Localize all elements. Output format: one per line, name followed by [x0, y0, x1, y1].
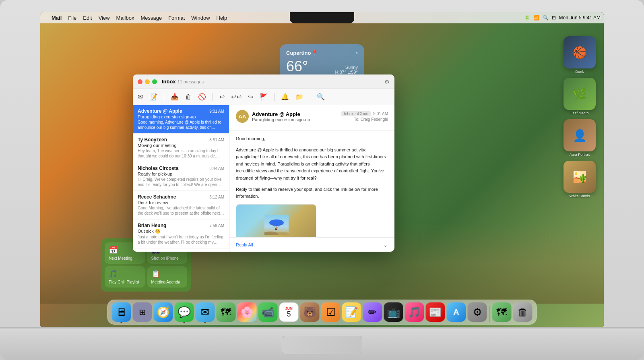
forward-icon[interactable]: ↪ [248, 93, 253, 101]
folder-icon[interactable]: 📁 [295, 93, 303, 101]
menubar-edit[interactable]: Edit [83, 15, 92, 21]
toolbar-separator-3 [274, 93, 275, 101]
chill-playlist-label: Play Chill Playlist [109, 280, 141, 284]
dock-music[interactable]: 🎵 [405, 302, 424, 322]
menubar-mailbox[interactable]: Mailbox [116, 15, 134, 21]
dock-mail[interactable]: ✉ [196, 302, 215, 322]
msg-sender-2: Nicholas Circosta [138, 166, 178, 171]
aura-icon: 👤 [573, 129, 587, 142]
menubar-file[interactable]: File [68, 15, 76, 21]
msg-time-1: 8:51 AM [209, 138, 224, 142]
message-row1-3: Reece Schachne 5:12 AM [138, 194, 224, 200]
msg-sender-0: Adventure @ Apple [138, 108, 182, 114]
dock-notes[interactable]: 📝 [342, 302, 361, 322]
email-image-placeholder [236, 205, 316, 237]
search-icon[interactable]: 🔍 [317, 93, 325, 101]
flag-icon[interactable]: 🚩 [260, 93, 268, 101]
inbox-filter-icon[interactable]: ⚙ [384, 79, 390, 85]
message-item-3[interactable]: Reece Schachne 5:12 AM Deck for review G… [133, 191, 229, 219]
message-item-1[interactable]: Ty Booyzeen 8:51 AM Moving our meeting H… [133, 134, 229, 162]
dock-maps2[interactable]: 🗺 [492, 302, 512, 322]
dock-reminders[interactable]: ☑ [321, 302, 341, 322]
mail-window: Inbox 11 messages ⚙ ✉ 📝 📥 🗑 🚫 ↩ ↩↩ ↪ [133, 74, 394, 252]
email-meta-right: Inbox · iCloud 9:01 AM To: Craig Federig… [341, 111, 388, 122]
minimize-button[interactable] [145, 79, 150, 84]
trackpad[interactable] [282, 336, 362, 354]
widget-white-sands[interactable]: 🏜️ [564, 161, 596, 193]
dock-trash[interactable]: 🗑 [513, 302, 533, 322]
menubar-app-name[interactable]: Mail [52, 15, 62, 21]
message-item-2[interactable]: Nicholas Circosta 8:44 AM Ready for pick… [133, 162, 229, 191]
reply-options-icon[interactable]: ⌄ [383, 242, 388, 248]
desktop: Mail File Edit View Mailbox Message Form… [40, 12, 604, 328]
reply-icon[interactable]: ↩ [219, 93, 225, 101]
reply-all-icon[interactable]: ↩↩ [231, 93, 242, 101]
msg-subject-2: Ready for pick-up [138, 172, 224, 176]
traffic-lights [138, 79, 157, 84]
msg-sender-4: Brian Heung [138, 223, 166, 228]
widget-dunk-label: Dunk [564, 70, 596, 74]
weather-close-button[interactable]: × [355, 51, 358, 55]
handoff-meeting-agenda[interactable]: 📋 Meeting Agenda [147, 266, 188, 288]
dock-calendar[interactable]: JUN 5 [279, 302, 299, 322]
search-menubar-icon[interactable]: 🔍 [543, 15, 549, 21]
sands-icon: 🏜️ [573, 170, 587, 184]
menubar-format[interactable]: Format [168, 15, 185, 21]
dock-maps[interactable]: 🗺 [217, 302, 236, 322]
close-button[interactable] [138, 79, 142, 84]
dock-launchpad[interactable]: ⊞ [133, 302, 152, 322]
widget-aura-label: Aura Portrait [564, 153, 596, 157]
dock-finder[interactable]: 🖥 [112, 302, 131, 322]
email-to-name: Craig Federighi [361, 117, 388, 122]
finder-dot [121, 322, 122, 323]
widget-dunk[interactable]: 🏀 [564, 36, 596, 68]
control-center-icon[interactable]: ⊟ [552, 15, 556, 21]
message-item-5[interactable]: Michael Klineburger Yesterday Bonjour fr… [133, 248, 229, 252]
junk-icon[interactable]: 🚫 [198, 93, 206, 101]
email-detail-time: 9:01 AM [373, 112, 388, 116]
dock-appstore[interactable]: A [447, 302, 466, 322]
zoom-button[interactable] [152, 79, 157, 84]
mail-dock-icon: ✉ [201, 306, 210, 319]
weather-pin-icon: 📍 [311, 49, 319, 57]
menubar-help[interactable]: Help [217, 15, 227, 21]
message-item-4[interactable]: Brian Heung 7:59 AM Out sick 🤒 Just a no… [133, 219, 229, 248]
dock-messages[interactable]: 💬 [175, 302, 194, 322]
menubar-message[interactable]: Message [140, 15, 162, 21]
menubar-left: Mail File Edit View Mailbox Message Form… [43, 15, 227, 21]
email-greeting: Good morning, [236, 135, 388, 143]
archive-icon[interactable]: 📥 [171, 93, 179, 101]
menubar-time: Mon Jun 5 9:41 AM [559, 15, 601, 21]
weather-header: Cupertino 📍 × [286, 49, 358, 57]
handoff-chill-playlist[interactable]: 🎵 Play Chill Playlist [105, 266, 145, 288]
reply-all-button[interactable]: Reply All [236, 242, 253, 247]
widget-sands-label: White Sands [564, 194, 596, 198]
messages-dot [184, 322, 185, 323]
notification-icon[interactable]: 🔔 [281, 93, 289, 101]
dock-freeform[interactable]: ✏ [363, 302, 382, 322]
calendar-day-label: 5 [287, 310, 291, 318]
email-detail-header: AA Adventure @ Apple Paragliding excursi… [229, 105, 394, 130]
dock-safari[interactable]: 🧭 [154, 302, 173, 322]
menubar-window[interactable]: Window [191, 15, 210, 21]
widget-aura-portrait[interactable]: 👤 [564, 119, 596, 151]
trash-icon: 🗑 [518, 306, 528, 319]
msg-time-0: 9:01 AM [209, 109, 224, 114]
dock-bear[interactable]: 🐻 [300, 302, 320, 322]
widget-leaf-macro[interactable]: 🌿 [564, 78, 596, 110]
delete-icon[interactable]: 🗑 [185, 93, 192, 101]
compose-icon[interactable]: ✉ [138, 93, 143, 101]
screen: Mail File Edit View Mailbox Message Form… [40, 12, 604, 328]
msg-sender-1: Ty Booyzeen [138, 137, 167, 143]
dock-appletv[interactable]: 📺 [384, 302, 403, 322]
dock-photos[interactable]: 🌸 [237, 302, 257, 322]
dock-news[interactable]: 📰 [426, 302, 445, 322]
message-item-0[interactable]: Adventure @ Apple 9:01 AM Paragliding ex… [133, 105, 229, 134]
dock-facetime[interactable]: 📹 [258, 302, 278, 322]
dock-settings[interactable]: ⚙ [468, 302, 487, 322]
email-body-paragraph2: Reply to this email to reserve your spot… [236, 186, 388, 200]
toolbar-separator-2 [213, 93, 213, 101]
menubar-view[interactable]: View [99, 15, 110, 21]
new-message-icon[interactable]: 📝 [149, 93, 157, 101]
email-image-card[interactable]: Learn to fly | High Wind Paragliding | F… [236, 204, 316, 237]
